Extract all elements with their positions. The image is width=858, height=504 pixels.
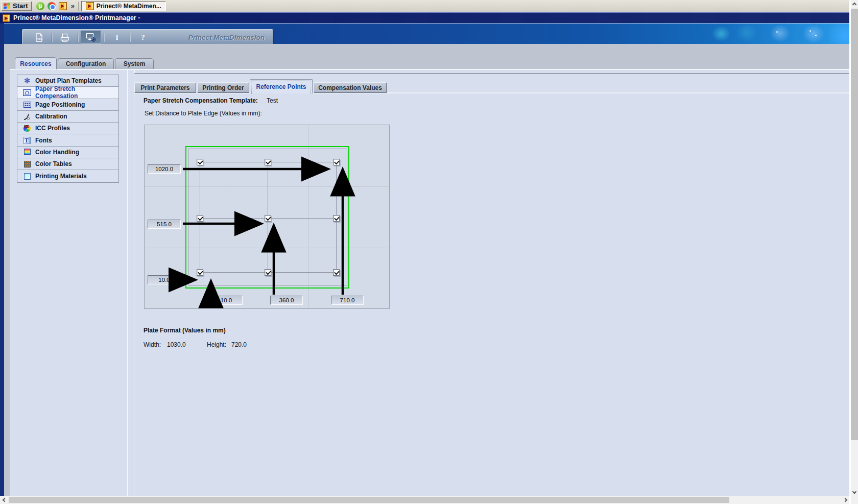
plate-height-value: 720.0 xyxy=(231,341,247,348)
row-distance-field[interactable]: 1020.0 xyxy=(148,164,181,174)
utorrent-icon[interactable]: µ xyxy=(36,2,45,10)
vertical-scrollbar-thumb[interactable] xyxy=(851,9,858,440)
plate-width-value: 1030.0 xyxy=(167,341,186,348)
scroll-down-button[interactable] xyxy=(851,487,858,496)
sidebar-item-label: Page Positioning xyxy=(35,101,85,108)
info-button[interactable]: i xyxy=(107,31,127,44)
help-icon: ? xyxy=(141,33,145,42)
taskbar-task-button[interactable]: Prinect® MetaDimen... xyxy=(81,1,166,11)
tab-label: Print Parameters xyxy=(140,84,189,91)
sidebar-item-paper-stretch-compensation[interactable]: Paper Stretch Compensation xyxy=(17,87,118,99)
main-toolbar: ABC i ? Prinect MetaDimension xyxy=(22,29,273,45)
tab-reference-points[interactable]: Reference Points xyxy=(250,79,313,93)
printer-button[interactable] xyxy=(55,31,75,44)
tab-printing-order[interactable]: Printing Order xyxy=(197,82,249,93)
content-pane: Print Parameters Printing Order Referenc… xyxy=(134,73,849,496)
svg-text:ABC: ABC xyxy=(36,37,42,40)
sidebar-item-label: Calibration xyxy=(35,113,67,120)
reference-point-checkbox[interactable] xyxy=(197,215,203,222)
page-positioning-icon xyxy=(23,101,31,109)
toolbar-separator xyxy=(130,33,130,42)
tab-configuration[interactable]: Configuration xyxy=(58,58,114,69)
horizontal-scrollbar-thumb[interactable] xyxy=(9,497,729,503)
window-icon xyxy=(3,14,10,22)
prinect-icon xyxy=(86,2,94,10)
reference-point-checkbox[interactable] xyxy=(333,269,340,276)
tab-compensation-values[interactable]: Compensation Values xyxy=(314,82,387,93)
tab-resources-label: Resources xyxy=(20,60,51,67)
sidebar-item-label: Paper Stretch Compensation xyxy=(35,85,118,100)
chrome-icon[interactable] xyxy=(47,2,56,10)
template-label: Paper Stretch Compensation Template: xyxy=(144,97,258,104)
help-button[interactable]: ? xyxy=(133,31,153,44)
row-distance-field[interactable]: 10.0 xyxy=(148,275,181,284)
quick-launch: µ xyxy=(36,2,67,10)
sidebar-item-printing-materials[interactable]: Printing Materials xyxy=(17,170,118,182)
sidebar-item-label: Printing Materials xyxy=(35,173,87,180)
taskbar: Start µ » Prinect® MetaDimen... xyxy=(0,0,849,12)
reference-point-checkbox[interactable] xyxy=(265,159,271,165)
sidebar-item-color-tables[interactable]: Color Tables xyxy=(17,158,118,170)
toolbar-separator xyxy=(104,33,104,42)
info-icon: i xyxy=(116,33,118,42)
sidebar-item-label: ICC Profiles xyxy=(35,125,70,132)
printer-icon xyxy=(60,33,70,42)
sidebar-item-label: Output Plan Templates xyxy=(35,77,102,84)
start-label: Start xyxy=(13,2,28,10)
reference-point-checkbox[interactable] xyxy=(333,159,340,165)
quick-launch-overflow-chevron[interactable]: » xyxy=(71,2,75,10)
toolbar-separator xyxy=(52,33,52,42)
tab-system-label: System xyxy=(124,60,146,67)
sidebar-item-color-handling[interactable]: Color Handling xyxy=(17,147,118,158)
scroll-up-button[interactable] xyxy=(851,0,858,9)
col-distance-field[interactable]: 10.0 xyxy=(210,296,243,305)
window-left-border xyxy=(0,23,4,496)
vertical-scrollbar[interactable] xyxy=(851,0,858,496)
reference-point-checkbox[interactable] xyxy=(197,269,203,276)
tab-print-parameters[interactable]: Print Parameters xyxy=(134,82,196,93)
sidebar-item-icc-profiles[interactable]: ICC ICC Profiles xyxy=(17,123,118,134)
col-distance-field[interactable]: 710.0 xyxy=(331,296,364,305)
fonts-icon: T xyxy=(23,136,31,145)
tab-label: Printing Order xyxy=(202,84,244,91)
reference-point-checkbox[interactable] xyxy=(265,269,271,276)
reference-point-checkbox[interactable] xyxy=(333,215,340,222)
horizontal-scrollbar[interactable] xyxy=(0,496,849,504)
templates-icon: ✻ xyxy=(23,77,31,85)
output-plan-abc-button[interactable]: ABC xyxy=(29,31,49,44)
tab-system[interactable]: System xyxy=(115,58,154,69)
system-settings-button[interactable] xyxy=(81,31,101,44)
reference-point-checkbox[interactable] xyxy=(265,215,271,222)
tab-resources[interactable]: Resources xyxy=(15,57,57,69)
plate-format-heading: Plate Format (Values in mm) xyxy=(144,327,226,334)
task-button-label: Prinect® MetaDimen... xyxy=(97,3,161,10)
printing-materials-icon xyxy=(23,172,31,180)
sidebar-item-calibration[interactable]: Calibration xyxy=(17,111,118,123)
resource-list: ✻ Output Plan Templates Paper Stretch Co… xyxy=(17,75,119,183)
window-titlebar[interactable]: Prinect® MetaDimension® Printmanager - xyxy=(0,12,849,23)
color-tables-icon xyxy=(23,160,31,168)
pane-divider xyxy=(127,69,128,496)
prinect-launcher-icon[interactable] xyxy=(59,2,67,10)
sidebar-item-label: Color Handling xyxy=(35,149,79,156)
tab-configuration-label: Configuration xyxy=(66,60,106,67)
reference-points-diagram: 1020.0 515.0 10.0 10.0 360.0 710.0 xyxy=(144,125,390,309)
windows-logo-icon xyxy=(4,3,11,9)
color-handling-icon xyxy=(23,148,31,156)
col-distance-field[interactable]: 360.0 xyxy=(270,296,303,305)
calibration-icon xyxy=(23,112,31,121)
window-title: Prinect® MetaDimension® Printmanager - xyxy=(13,14,140,21)
scroll-right-button[interactable] xyxy=(841,496,849,504)
scroll-left-button[interactable] xyxy=(0,496,9,504)
start-button[interactable]: Start xyxy=(1,1,32,11)
tab-label: Compensation Values xyxy=(318,84,382,91)
plate-height-label: Height: xyxy=(207,341,226,348)
computer-gear-icon xyxy=(85,32,97,42)
taskbar-separator xyxy=(78,2,79,11)
plate-width-label: Width: xyxy=(144,341,161,348)
row-distance-field[interactable]: 515.0 xyxy=(148,220,181,229)
reference-point-checkbox[interactable] xyxy=(197,159,203,165)
sidebar-item-fonts[interactable]: T Fonts xyxy=(17,134,118,146)
sidebar-item-page-positioning[interactable]: Page Positioning xyxy=(17,99,118,111)
tab-label: Reference Points xyxy=(256,83,306,90)
